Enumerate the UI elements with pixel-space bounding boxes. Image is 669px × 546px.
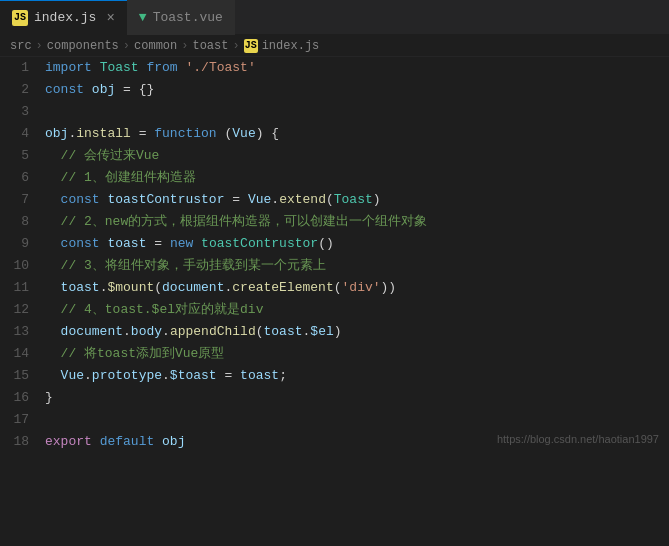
breadcrumb-js-icon: JS	[244, 39, 258, 53]
code-16: }	[45, 387, 669, 409]
line-num-18: 18	[0, 431, 45, 453]
code-12: // 4、toast.$el对应的就是div	[45, 299, 669, 321]
breadcrumb-sep-2: ›	[123, 39, 130, 53]
breadcrumb-sep-1: ›	[36, 39, 43, 53]
code-17	[45, 409, 669, 431]
code-5: // 会传过来Vue	[45, 145, 669, 167]
code-2: const obj = {}	[45, 79, 669, 101]
code-line-13: 13 document.body.appendChild(toast.$el)	[0, 321, 669, 343]
code-line-10: 10 // 3、将组件对象，手动挂载到某一个元素上	[0, 255, 669, 277]
line-num-7: 7	[0, 189, 45, 211]
close-icon[interactable]: ×	[106, 11, 114, 25]
line-num-6: 6	[0, 167, 45, 189]
code-line-3: 3	[0, 101, 669, 123]
code-line-7: 7 const toastContrustor = Vue.extend(Toa…	[0, 189, 669, 211]
code-7: const toastContrustor = Vue.extend(Toast…	[45, 189, 669, 211]
code-3	[45, 101, 669, 123]
line-num-14: 14	[0, 343, 45, 365]
line-num-1: 1	[0, 57, 45, 79]
code-line-5: 5 // 会传过来Vue	[0, 145, 669, 167]
breadcrumb-sep-3: ›	[181, 39, 188, 53]
line-num-8: 8	[0, 211, 45, 233]
code-4: obj.install = function (Vue) {	[45, 123, 669, 145]
code-line-16: 16 }	[0, 387, 669, 409]
line-num-11: 11	[0, 277, 45, 299]
code-container: 1 import Toast from './Toast' 2 const ob…	[0, 57, 669, 453]
code-line-6: 6 // 1、创建组件构造器	[0, 167, 669, 189]
line-num-13: 13	[0, 321, 45, 343]
code-line-9: 9 const toast = new toastContrustor()	[0, 233, 669, 255]
code-1: import Toast from './Toast'	[45, 57, 669, 79]
breadcrumb-sep-4: ›	[232, 39, 239, 53]
tab-label-toast-vue: Toast.vue	[153, 10, 223, 25]
breadcrumb-components: components	[47, 39, 119, 53]
line-num-16: 16	[0, 387, 45, 409]
code-line-12: 12 // 4、toast.$el对应的就是div	[0, 299, 669, 321]
line-num-4: 4	[0, 123, 45, 145]
line-num-12: 12	[0, 299, 45, 321]
breadcrumb-filename: index.js	[262, 39, 320, 53]
code-line-1: 1 import Toast from './Toast'	[0, 57, 669, 79]
breadcrumb-toast: toast	[192, 39, 228, 53]
code-line-17: 17	[0, 409, 669, 431]
code-14: // 将toast添加到Vue原型	[45, 343, 669, 365]
code-line-11: 11 toast.$mount(document.createElement('…	[0, 277, 669, 299]
line-num-10: 10	[0, 255, 45, 277]
line-num-2: 2	[0, 79, 45, 101]
tab-index-js[interactable]: JS index.js ×	[0, 0, 127, 35]
code-11: toast.$mount(document.createElement('div…	[45, 277, 669, 299]
breadcrumb-src: src	[10, 39, 32, 53]
code-13: document.body.appendChild(toast.$el)	[45, 321, 669, 343]
js-icon: JS	[12, 10, 28, 26]
tab-label-index-js: index.js	[34, 10, 96, 25]
editor: 1 import Toast from './Toast' 2 const ob…	[0, 57, 669, 453]
code-10: // 3、将组件对象，手动挂载到某一个元素上	[45, 255, 669, 277]
line-num-5: 5	[0, 145, 45, 167]
tab-bar: JS index.js × ▼ Toast.vue	[0, 0, 669, 35]
code-6: // 1、创建组件构造器	[45, 167, 669, 189]
code-line-4: 4 obj.install = function (Vue) {	[0, 123, 669, 145]
code-15: Vue.prototype.$toast = toast;	[45, 365, 669, 387]
line-num-3: 3	[0, 101, 45, 123]
code-line-15: 15 Vue.prototype.$toast = toast;	[0, 365, 669, 387]
code-line-14: 14 // 将toast添加到Vue原型	[0, 343, 669, 365]
code-9: const toast = new toastContrustor()	[45, 233, 669, 255]
vue-icon: ▼	[139, 10, 147, 25]
breadcrumb: src › components › common › toast › JS i…	[0, 35, 669, 57]
code-8: // 2、new的方式，根据组件构造器，可以创建出一个组件对象	[45, 211, 669, 233]
code-line-2: 2 const obj = {}	[0, 79, 669, 101]
breadcrumb-common: common	[134, 39, 177, 53]
watermark: https://blog.csdn.net/haotian1997	[497, 433, 659, 445]
line-num-17: 17	[0, 409, 45, 431]
tab-toast-vue[interactable]: ▼ Toast.vue	[127, 0, 235, 35]
code-line-8: 8 // 2、new的方式，根据组件构造器，可以创建出一个组件对象	[0, 211, 669, 233]
line-num-9: 9	[0, 233, 45, 255]
line-num-15: 15	[0, 365, 45, 387]
